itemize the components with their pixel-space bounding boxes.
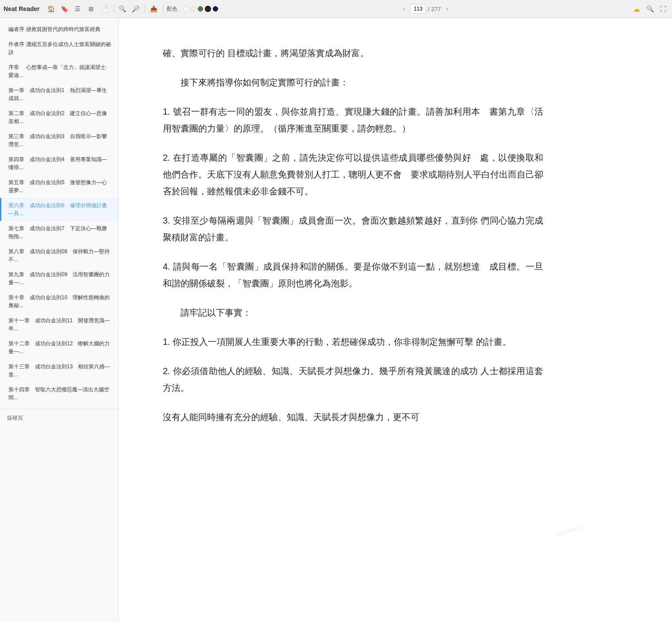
- content-area[interactable]: 確、實際可行的 目標或計畫，將渴望落實成為財富。 接下來將指導你如何制定實際可行…: [119, 18, 672, 622]
- sidebar-item-ch3[interactable]: 第三章 成功白金法則3 自我暗示—影響潛意...: [0, 129, 118, 152]
- sidebar-item-ch10[interactable]: 第十章 成功白金法則10 理解性慾轉換的奧秘...: [0, 290, 118, 313]
- search-icon-1[interactable]: 🔍: [117, 4, 128, 14]
- paragraph-0: 確、實際可行的 目標或計畫，將渴望落實成為財富。: [163, 45, 543, 62]
- sidebar-item-ch1[interactable]: 第一章 成功白金法則1 熱烈渴望—畢生成就...: [0, 83, 118, 106]
- paragraph-fact-2: 2. 你必須借助他人的經驗、知識、天賦長才與想像力。幾乎所有飛黃騰達的成功 人士…: [163, 363, 543, 396]
- titlebar: Neat Reader 🏠 🔖 ☰ ⊞ 📄 🔍 🔎 📤 配色 ‹ 113 / 2…: [0, 0, 672, 18]
- color-label: 配色: [167, 5, 177, 13]
- right-toolbar: ☁ 🔍 ⛶: [631, 4, 668, 14]
- export-icon[interactable]: 📤: [149, 4, 159, 14]
- paragraph-list-3: 3. 安排至少每隔兩週與「智囊團」成員會面一次。會面次數越頻繁越好，直到你 們同…: [163, 212, 543, 246]
- search-right-icon[interactable]: 🔍: [645, 4, 655, 14]
- sidebar: 編者序拯救貧困世代的跨時代致富經典 作者序濃縮五百多位成功人士致富關鍵的祕訣 序…: [0, 18, 119, 622]
- color-picker: [184, 6, 218, 12]
- sidebar-item-preface-author[interactable]: 作者序濃縮五百多位成功人士致富關鍵的祕訣: [0, 37, 118, 60]
- paragraph-list-2: 2. 在打造專屬的「智囊團」之前，請先決定你可以提供這些成員哪些優勢與好 處，以…: [163, 149, 543, 200]
- sidebar-item-ch13[interactable]: 第十三章 成功白金法則13 相信第六感—進...: [0, 359, 118, 382]
- sidebar-item-ch9[interactable]: 第九章 成功白金法則09 活用智囊團的力量—...: [0, 267, 118, 290]
- fullscreen-icon[interactable]: ⛶: [658, 4, 668, 14]
- paragraph-list-4: 4. 請與每一名「智囊團」成員保持和諧的關係。要是你做不到這一點，就別想達 成目…: [163, 258, 543, 292]
- app-title: Neat Reader: [4, 5, 40, 12]
- home-icon[interactable]: 🏠: [46, 4, 57, 14]
- sidebar-item-ch14[interactable]: 第十四章 智取六大恐懼惡魔—清出大腦空間...: [0, 382, 118, 405]
- paragraph-1: 接下來將指導你如何制定實際可行的計畫：: [163, 74, 543, 91]
- next-page-button[interactable]: ›: [443, 4, 452, 13]
- menu-icon[interactable]: ☰: [73, 4, 83, 14]
- separator-2: [145, 5, 145, 13]
- prev-page-button[interactable]: ‹: [399, 4, 408, 13]
- sidebar-item-ch11[interactable]: 第十一章 成功白金法則11 開發潛意識—串...: [0, 313, 118, 336]
- sidebar-item-ch7[interactable]: 第七章 成功白金法則7 下定決心—戰勝拖拖...: [0, 221, 118, 244]
- main-layout: 編者序拯救貧困世代的跨時代致富經典 作者序濃縮五百多位成功人士致富關鍵的祕訣 序…: [0, 18, 672, 622]
- color-navy[interactable]: [213, 6, 218, 12]
- sidebar-item-ch6[interactable]: 第六章 成功白金法則6 修理分明做計畫—具...: [0, 198, 118, 221]
- sidebar-item-preface-editor[interactable]: 編者序拯救貧困世代的跨時代致富經典: [0, 22, 118, 37]
- sidebar-item-ch4[interactable]: 第四章 成功白金法則4 善用專業知識—懂得...: [0, 152, 118, 175]
- paragraph-fact-1: 1. 你正投入一項開展人生重要大事的行動，若想確保成功，你非得制定無懈可擊 的計…: [163, 333, 543, 350]
- grid-icon[interactable]: ⊞: [86, 4, 96, 14]
- color-green[interactable]: [198, 6, 203, 12]
- sidebar-item-ch12[interactable]: 第十二章 成功白金法則12 瞭解大腦的力量—...: [0, 336, 118, 359]
- sidebar-item-ch8[interactable]: 第八章 成功白金法則08 保持毅力—堅持不...: [0, 244, 118, 267]
- sidebar-item-intro[interactable]: 序章 心想事成—靠「念力」就讓渴望士·愛迪...: [0, 60, 118, 83]
- page-navigation: ‹ 113 / 277 ›: [399, 4, 451, 14]
- book-content: 確、實際可行的 目標或計畫，將渴望落實成為財富。 接下來將指導你如何制定實際可行…: [163, 45, 543, 425]
- color-cream[interactable]: [191, 6, 196, 12]
- cloud-icon[interactable]: ☁: [631, 4, 642, 14]
- sidebar-item-ch2[interactable]: 第二章 成功白金法則2 建立信心—思像並相...: [0, 106, 118, 129]
- separator-3: [163, 5, 163, 13]
- paragraph-fact-3: 沒有人能同時擁有充分的經驗、知識、天賦長才與想像力，更不可: [163, 409, 543, 425]
- watermark: navona.cn: [557, 522, 584, 538]
- page-input[interactable]: 113: [410, 4, 426, 14]
- page-icon[interactable]: 📄: [99, 4, 110, 14]
- color-white[interactable]: [184, 6, 189, 12]
- sidebar-item-ch5[interactable]: 第五章 成功白金法則5 激發想像力—心靈夢...: [0, 175, 118, 198]
- sidebar-footer[interactable]: 版權頁: [0, 409, 118, 427]
- color-dark[interactable]: [205, 6, 211, 12]
- bookmark-icon[interactable]: 🔖: [59, 4, 70, 14]
- search-icon-2[interactable]: 🔎: [131, 4, 141, 14]
- page-separator: /: [428, 6, 430, 12]
- separator-1: [113, 5, 114, 13]
- paragraph-list-1: 1. 號召一群有志一同的盟友，與你並肩打造、實現賺大錢的計畫。請善加利用本 書第…: [163, 103, 543, 137]
- page-total: 277: [431, 6, 441, 12]
- paragraph-remember: 請牢記以下事實：: [163, 304, 543, 321]
